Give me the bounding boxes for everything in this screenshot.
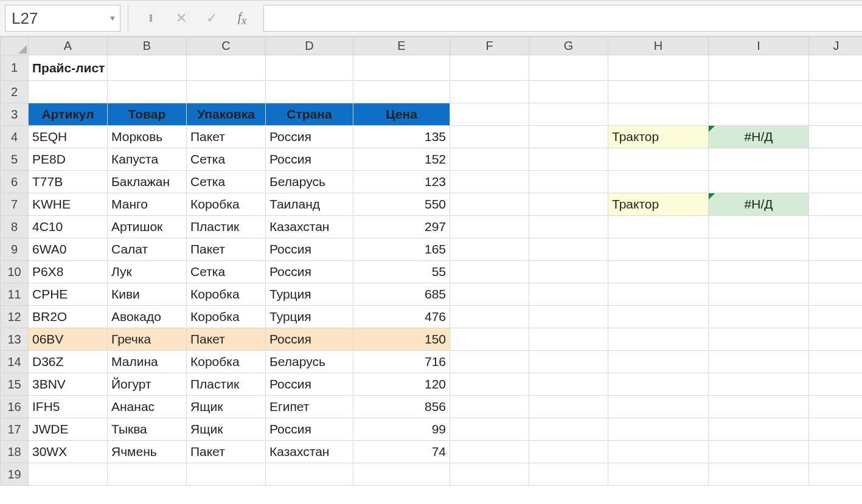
fx-icon[interactable]: fx — [232, 5, 252, 32]
table-cell[interactable]: Россия — [266, 328, 353, 351]
table-cell[interactable]: Сетка — [187, 171, 266, 193]
row-header-8[interactable]: 8 — [1, 216, 29, 238]
table-cell[interactable]: Малина — [108, 351, 187, 373]
table-header-1[interactable]: Товар — [108, 103, 187, 126]
col-header-F[interactable]: F — [450, 37, 529, 55]
table-cell[interactable]: 6WA0 — [29, 238, 108, 261]
row-header-13[interactable]: 13 — [1, 328, 29, 351]
table-cell[interactable]: Турция — [266, 283, 353, 306]
row-header-15[interactable]: 15 — [1, 373, 29, 396]
row-header-7[interactable]: 7 — [1, 193, 29, 216]
col-header-H[interactable]: H — [608, 37, 709, 55]
table-cell[interactable]: 856 — [353, 396, 450, 418]
table-cell[interactable]: Россия — [266, 418, 353, 441]
table-cell[interactable]: 4C10 — [29, 216, 108, 238]
table-cell[interactable]: Йогурт — [108, 373, 187, 396]
table-cell[interactable]: Россия — [266, 148, 353, 171]
spreadsheet-grid[interactable]: ABCDEFGHIJ1Прайс-лист23АртикулТоварУпако… — [0, 36, 862, 504]
table-cell[interactable]: Пластик — [187, 373, 266, 396]
row-header-14[interactable]: 14 — [1, 351, 29, 373]
row-header-9[interactable]: 9 — [1, 238, 29, 261]
table-cell[interactable]: IFH5 — [29, 396, 108, 418]
title-cell[interactable]: Прайс-лист — [29, 55, 108, 81]
lookup-input[interactable]: Трактор — [608, 193, 709, 216]
row-header-5[interactable]: 5 — [1, 148, 29, 171]
table-cell[interactable]: 685 — [353, 283, 450, 306]
col-header-E[interactable]: E — [353, 37, 450, 55]
lookup-result[interactable]: #Н/Д — [709, 126, 809, 148]
table-cell[interactable]: Ячмень — [108, 441, 187, 463]
table-cell[interactable]: Морковь — [108, 126, 187, 148]
lookup-input[interactable]: Трактор — [608, 126, 709, 148]
table-cell[interactable]: Россия — [266, 373, 353, 396]
table-cell[interactable]: Пакет — [187, 328, 266, 351]
table-cell[interactable]: Россия — [266, 238, 353, 261]
row-header-16[interactable]: 16 — [1, 396, 29, 418]
table-cell[interactable]: Салат — [108, 238, 187, 261]
formula-input[interactable] — [263, 5, 862, 32]
table-cell[interactable]: Коробка — [187, 283, 266, 306]
table-cell[interactable]: Коробка — [187, 351, 266, 373]
table-cell[interactable]: 06BV — [29, 328, 108, 351]
table-cell[interactable]: PE8D — [29, 148, 108, 171]
table-cell[interactable]: Ящик — [187, 396, 266, 418]
row-header-3[interactable]: 3 — [1, 103, 29, 126]
table-cell[interactable]: Казахстан — [266, 441, 353, 463]
row-header-17[interactable]: 17 — [1, 418, 29, 441]
table-cell[interactable]: Артишок — [108, 216, 187, 238]
row-header-19[interactable]: 19 — [1, 463, 29, 486]
row-header-2[interactable]: 2 — [1, 81, 29, 103]
row-header-18[interactable]: 18 — [1, 441, 29, 463]
table-cell[interactable]: D36Z — [29, 351, 108, 373]
table-cell[interactable]: Ананас — [108, 396, 187, 418]
table-cell[interactable]: Пакет — [187, 441, 266, 463]
row-header-1[interactable]: 1 — [1, 55, 29, 81]
row-header-10[interactable]: 10 — [1, 261, 29, 283]
table-cell[interactable]: 297 — [353, 216, 450, 238]
col-header-B[interactable]: B — [108, 37, 187, 55]
table-cell[interactable]: 30WX — [29, 441, 108, 463]
table-cell[interactable]: 55 — [353, 261, 450, 283]
table-cell[interactable]: P6X8 — [29, 261, 108, 283]
table-cell[interactable]: Капуста — [108, 148, 187, 171]
table-cell[interactable]: Лук — [108, 261, 187, 283]
table-cell[interactable]: 550 — [353, 193, 450, 216]
table-header-3[interactable]: Страна — [266, 103, 353, 126]
table-cell[interactable]: 716 — [353, 351, 450, 373]
table-cell[interactable]: Пакет — [187, 126, 266, 148]
table-cell[interactable]: Сетка — [187, 148, 266, 171]
table-cell[interactable]: 135 — [353, 126, 450, 148]
col-header-D[interactable]: D — [266, 37, 353, 55]
select-all-corner[interactable] — [1, 37, 29, 55]
col-header-A[interactable]: A — [29, 37, 108, 55]
table-cell[interactable]: Манго — [108, 193, 187, 216]
lookup-result[interactable]: #Н/Д — [709, 193, 809, 216]
table-cell[interactable]: Беларусь — [266, 351, 353, 373]
row-header-6[interactable]: 6 — [1, 171, 29, 193]
table-cell[interactable]: 150 — [353, 328, 450, 351]
table-header-4[interactable]: Цена — [353, 103, 450, 126]
table-cell[interactable]: T77B — [29, 171, 108, 193]
name-box[interactable]: L27 ▼ — [5, 5, 120, 32]
table-cell[interactable]: Гречка — [108, 328, 187, 351]
table-cell[interactable]: Россия — [266, 261, 353, 283]
table-cell[interactable]: 123 — [353, 171, 450, 193]
table-cell[interactable]: Египет — [266, 396, 353, 418]
table-cell[interactable]: Таиланд — [266, 193, 353, 216]
table-cell[interactable]: BR2O — [29, 306, 108, 328]
table-header-0[interactable]: Артикул — [29, 103, 108, 126]
table-cell[interactable]: Коробка — [187, 306, 266, 328]
table-cell[interactable]: CPHE — [29, 283, 108, 306]
table-cell[interactable]: Авокадо — [108, 306, 187, 328]
table-cell[interactable]: 3BNV — [29, 373, 108, 396]
table-cell[interactable]: 5EQH — [29, 126, 108, 148]
table-cell[interactable]: Пластик — [187, 216, 266, 238]
table-cell[interactable]: KWHE — [29, 193, 108, 216]
table-cell[interactable]: 165 — [353, 238, 450, 261]
row-header-4[interactable]: 4 — [1, 126, 29, 148]
table-cell[interactable]: 120 — [353, 373, 450, 396]
col-header-J[interactable]: J — [809, 37, 863, 55]
table-cell[interactable]: Киви — [108, 283, 187, 306]
col-header-I[interactable]: I — [709, 37, 809, 55]
table-cell[interactable]: Турция — [266, 306, 353, 328]
